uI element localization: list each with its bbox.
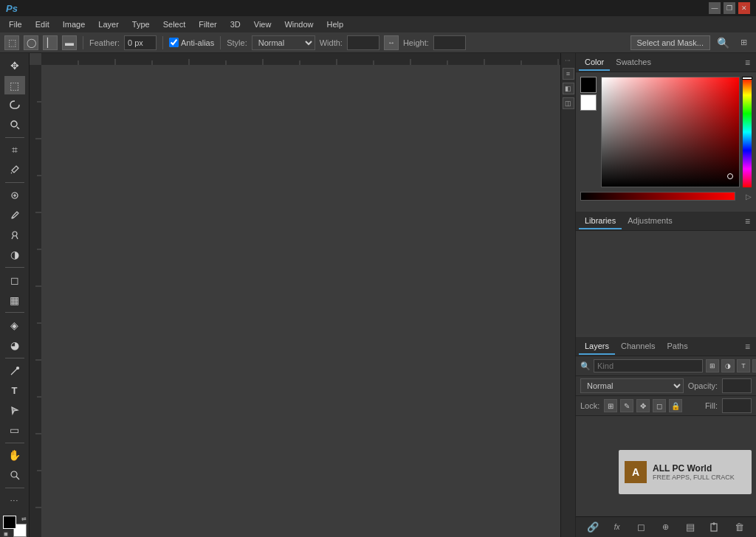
anti-alias-checkbox[interactable] <box>169 38 179 47</box>
mini-panel1-btn[interactable]: ≡ <box>563 68 574 80</box>
tab-libraries[interactable]: Libraries <box>579 213 622 229</box>
lasso-tool[interactable] <box>4 95 25 114</box>
menu-layer[interactable]: Layer <box>92 18 125 30</box>
tab-color[interactable]: Color <box>579 55 610 71</box>
swap-colors-icon[interactable]: ⇄ <box>21 516 27 522</box>
minimize-button[interactable]: — <box>709 2 721 14</box>
layers-mode-row: Normal Dissolve Multiply Screen Opacity: <box>576 376 756 396</box>
layers-mask-btn[interactable]: ◻ <box>634 520 649 535</box>
tab-swatches[interactable]: Swatches <box>610 55 657 71</box>
quick-select-tool[interactable] <box>4 115 25 134</box>
close-button[interactable]: ✕ <box>738 2 750 14</box>
width-label: Width: <box>320 38 343 47</box>
blur-tool[interactable]: ◈ <box>4 316 25 335</box>
tab-adjustments[interactable]: Adjustments <box>622 213 678 229</box>
zoom-tool[interactable] <box>4 465 25 485</box>
menu-help[interactable]: Help <box>321 18 350 30</box>
healing-tool[interactable] <box>4 186 25 205</box>
layers-group-btn[interactable]: ▤ <box>683 520 698 535</box>
dodge-tool[interactable]: ◕ <box>4 336 25 355</box>
menu-image[interactable]: Image <box>57 18 92 30</box>
hue-slider[interactable] <box>743 77 752 187</box>
color-panel-menu-icon[interactable]: ≡ <box>742 58 753 68</box>
menu-edit[interactable]: Edit <box>30 18 55 30</box>
tab-channels[interactable]: Channels <box>615 339 661 355</box>
color-spectrum[interactable] <box>601 77 740 187</box>
height-input[interactable] <box>433 35 466 50</box>
clone-stamp-tool[interactable] <box>4 226 25 245</box>
select-mask-button[interactable]: Select and Mask... <box>630 35 711 50</box>
color-foreground-swatch[interactable] <box>580 77 597 93</box>
layers-adjustment-btn[interactable]: ⊕ <box>659 520 673 535</box>
layers-link-btn[interactable]: 🔗 <box>585 520 600 535</box>
color-expand-icon[interactable]: ▷ <box>746 193 752 201</box>
layer-filter-adjustment[interactable]: ◑ <box>721 359 735 373</box>
marquee-tool[interactable]: ⬚ <box>4 76 25 95</box>
shape-tool[interactable]: ▭ <box>4 420 25 440</box>
mini-panel3-btn[interactable]: ◫ <box>563 97 574 109</box>
selection-col-btn[interactable]: ▏ <box>43 35 58 50</box>
lock-artboard-btn[interactable]: ◻ <box>653 399 666 412</box>
mini-tools-btn[interactable]: ⋮ <box>563 56 573 65</box>
libraries-tabs: Libraries Adjustments ≡ <box>576 212 756 231</box>
type-tool[interactable]: T <box>4 381 25 400</box>
lock-image-btn[interactable]: ✎ <box>620 399 633 412</box>
move-tool[interactable]: ✥ <box>4 56 25 75</box>
menu-3d[interactable]: 3D <box>224 18 247 30</box>
menu-window[interactable]: Window <box>278 18 319 30</box>
selection-rect-btn[interactable]: ⬚ <box>4 35 19 50</box>
width-input[interactable] <box>347 35 379 50</box>
color-background-swatch[interactable] <box>580 94 597 111</box>
layers-fx-btn[interactable]: fx <box>610 520 625 535</box>
style-select[interactable]: Normal Fixed Ratio Fixed Size <box>252 35 315 50</box>
menu-view[interactable]: View <box>248 18 278 30</box>
history-brush-tool[interactable]: ◑ <box>4 245 25 264</box>
foreground-color-swatch[interactable] <box>3 516 16 529</box>
libraries-panel-menu-icon[interactable]: ≡ <box>742 216 753 226</box>
layers-new-btn[interactable] <box>707 520 722 535</box>
eyedropper-tool[interactable] <box>4 161 25 180</box>
foreground-background-colors[interactable]: ⇄ ◼ <box>3 516 27 537</box>
color-gradient-bar[interactable] <box>580 192 735 201</box>
layer-filter-shape[interactable]: ▭ <box>752 359 756 373</box>
reset-colors-icon[interactable]: ◼ <box>3 531 9 537</box>
selection-ellipse-btn[interactable]: ◯ <box>24 35 38 50</box>
lock-transparent-btn[interactable]: ⊞ <box>604 399 617 412</box>
pen-tool[interactable] <box>4 361 25 381</box>
hand-tool[interactable]: ✋ <box>4 446 25 465</box>
color-picker[interactable] <box>601 77 752 187</box>
tab-paths[interactable]: Paths <box>662 339 694 355</box>
layers-panel-menu-icon[interactable]: ≡ <box>742 342 753 352</box>
titlebar: Ps — ❐ ✕ <box>0 0 756 16</box>
mini-panel2-btn[interactable]: ◧ <box>563 83 574 94</box>
layers-opacity-input[interactable] <box>722 378 752 393</box>
tab-layers[interactable]: Layers <box>579 339 615 355</box>
eraser-tool[interactable]: ◻ <box>4 271 25 290</box>
layers-fill-input[interactable] <box>722 398 752 413</box>
swap-dimensions-btn[interactable]: ↔ <box>384 35 399 50</box>
toolbar: ✥ ⬚ ⌗ ◑ <box>0 53 30 537</box>
brush-tool[interactable] <box>4 206 25 225</box>
menu-select[interactable]: Select <box>157 18 192 30</box>
layer-filter-pixel[interactable]: ⊞ <box>706 359 719 373</box>
lock-all-btn[interactable]: 🔒 <box>669 399 682 412</box>
extras-button[interactable]: ··· <box>4 491 25 510</box>
menu-file[interactable]: File <box>3 18 28 30</box>
libraries-panel: Libraries Adjustments ≡ <box>576 212 756 337</box>
menu-filter[interactable]: Filter <box>193 18 222 30</box>
layer-filter-type[interactable]: T <box>737 359 750 373</box>
selection-row-btn[interactable]: ▬ <box>62 35 77 50</box>
view-mode-button[interactable]: ⊞ <box>735 35 752 51</box>
layers-blend-mode[interactable]: Normal Dissolve Multiply Screen <box>580 378 684 393</box>
layers-delete-btn[interactable]: 🗑 <box>732 520 746 535</box>
menu-type[interactable]: Type <box>126 18 156 30</box>
canvas-workspace[interactable] <box>41 65 575 537</box>
search-button[interactable]: 🔍 <box>715 35 731 51</box>
layers-kind-input[interactable] <box>594 359 703 373</box>
feather-input[interactable] <box>124 35 157 50</box>
crop-tool[interactable]: ⌗ <box>4 141 25 160</box>
path-select-tool[interactable] <box>4 401 25 420</box>
gradient-tool[interactable]: ▦ <box>4 291 25 310</box>
maximize-button[interactable]: ❐ <box>724 2 735 14</box>
lock-position-btn[interactable]: ✥ <box>636 399 650 412</box>
